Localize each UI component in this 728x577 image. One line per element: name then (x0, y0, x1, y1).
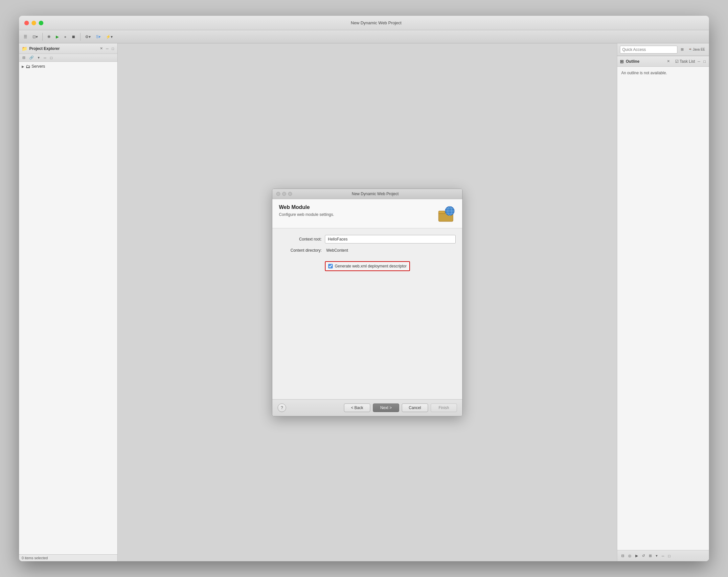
dialog-traffic-lights (276, 192, 292, 196)
outline-footer-btn-7[interactable]: ─ (660, 553, 666, 559)
center-area: New Dynamic Web Project Web Module Confi… (118, 43, 617, 561)
cancel-button[interactable]: Cancel (402, 403, 428, 412)
status-bar: 0 items selected (19, 554, 117, 561)
right-panel: ⊞ ☕ Java EE ⊞ Outline ✕ ☑ Task List ─ (617, 43, 709, 561)
project-explorer-header: 📁 Project Explorer ✕ ─ □ (19, 43, 117, 54)
window-title: New Dynamic Web Project (49, 20, 704, 25)
servers-label: Servers (31, 64, 45, 69)
generate-xml-checkbox[interactable] (328, 264, 333, 269)
toolbar: ☰ ⊡▾ ❋ ▶ ● ⏹ ⚙▾ S▾ ⚡▾ (19, 30, 709, 43)
outline-minimize-button[interactable]: ─ (697, 59, 701, 64)
context-root-input[interactable] (325, 235, 456, 244)
outline-footer-btn-8[interactable]: □ (667, 553, 672, 559)
maximize-panel-button[interactable]: □ (49, 55, 54, 60)
dialog-footer: ? < Back Next > Cancel Finish (272, 399, 462, 416)
servers-icon: 🗂 (26, 64, 30, 69)
form-row-context-root: Context root: (279, 235, 456, 244)
toolbar-btn-menu[interactable]: ☰ (22, 33, 29, 40)
status-text: 0 items selected (22, 556, 48, 560)
outline-footer-btn-1[interactable]: ⊟ (620, 553, 625, 559)
java-ee-icon: ☕ (688, 48, 692, 51)
dialog-header: Web Module Configure web module settings… (272, 199, 462, 228)
quick-access-input[interactable] (620, 46, 677, 54)
link-editor-button[interactable]: 🔗 (28, 55, 35, 60)
outline-footer-btn-4[interactable]: ↺ (641, 553, 646, 559)
dialog-min-dot (282, 192, 286, 196)
outline-footer-btn-5[interactable]: ⊞ (648, 553, 653, 559)
help-icon: ? (281, 405, 283, 410)
main-area: 📁 Project Explorer ✕ ─ □ ⊟ 🔗 ▾ ─ □ ▶ 🗂 S… (19, 43, 709, 561)
project-explorer-close-button[interactable]: ✕ (99, 46, 103, 51)
help-button[interactable]: ? (278, 403, 286, 412)
generate-xml-label: Generate web.xml deployment descriptor (335, 264, 407, 269)
project-explorer-icon: 📁 (22, 46, 27, 51)
outline-empty-message: An outline is not available. (621, 71, 667, 75)
toolbar-btn-debug[interactable]: ● (62, 33, 68, 40)
maximize-window-button[interactable] (39, 21, 43, 25)
project-explorer-title: Project Explorer (29, 46, 97, 51)
content-directory-label: Content directory: (279, 248, 321, 253)
dialog-header-text: Web Module Configure web module settings… (279, 204, 432, 217)
task-list-icon: ☑ (675, 59, 679, 64)
java-ee-button[interactable]: ☕ Java EE (687, 47, 706, 52)
tree-item-servers[interactable]: ▶ 🗂 Servers (20, 63, 116, 70)
checkbox-container: Generate web.xml deployment descriptor (325, 258, 456, 271)
minimize-window-button[interactable] (31, 21, 36, 25)
outline-close-button[interactable]: ✕ (666, 58, 671, 64)
dialog: New Dynamic Web Project Web Module Confi… (272, 189, 463, 416)
outline-content: An outline is not available. (617, 67, 709, 550)
back-button[interactable]: < Back (344, 403, 370, 412)
toolbar-btn-server[interactable]: S▾ (94, 33, 103, 40)
project-explorer-toolbar: ⊟ 🔗 ▾ ─ □ (19, 54, 117, 62)
dialog-header-icon (437, 204, 456, 223)
outline-panel: ⊞ Outline ✕ ☑ Task List ─ □ An outline i… (617, 56, 709, 561)
dialog-module-subtitle: Configure web module settings. (279, 212, 432, 217)
dialog-max-dot (288, 192, 292, 196)
tree-arrow-servers: ▶ (22, 65, 24, 68)
finish-button[interactable]: Finish (431, 403, 457, 412)
modal-overlay: New Dynamic Web Project Web Module Confi… (118, 43, 617, 561)
left-panel: 📁 Project Explorer ✕ ─ □ ⊟ 🔗 ▾ ─ □ ▶ 🗂 S… (19, 43, 118, 561)
close-window-button[interactable] (24, 21, 29, 25)
toolbar-btn-run[interactable]: ❋ (45, 33, 53, 40)
outline-footer: ⊟ ◎ ▶ ↺ ⊞ ▾ ─ □ (617, 550, 709, 561)
outline-maximize-button[interactable]: □ (703, 59, 706, 64)
project-explorer-minimize-button[interactable]: ─ (105, 46, 109, 51)
dialog-title-bar: New Dynamic Web Project (272, 189, 462, 199)
dialog-title: New Dynamic Web Project (292, 192, 458, 196)
outline-footer-btn-6[interactable]: ▾ (654, 553, 659, 559)
toolbar-separator-2 (80, 33, 80, 41)
dialog-close-dot (276, 192, 280, 196)
generate-xml-checkbox-row: Generate web.xml deployment descriptor (325, 261, 410, 271)
collapse-all-button[interactable]: ⊟ (21, 55, 27, 60)
quick-access-settings-button[interactable]: ⊞ (679, 47, 685, 52)
context-root-label: Context root: (279, 237, 321, 242)
window-controls (24, 21, 43, 25)
toolbar-btn-play[interactable]: ▶ (54, 33, 61, 40)
title-bar: New Dynamic Web Project (19, 16, 709, 30)
outline-header: ⊞ Outline ✕ ☑ Task List ─ □ (617, 56, 709, 67)
next-button[interactable]: Next > (373, 403, 399, 412)
outline-footer-btn-2[interactable]: ◎ (627, 553, 633, 559)
outline-footer-btn-3[interactable]: ▶ (634, 553, 639, 559)
svg-rect-1 (439, 211, 445, 214)
outline-title: Outline (626, 59, 664, 64)
project-tree: ▶ 🗂 Servers (19, 62, 117, 554)
java-ee-label: Java EE (693, 48, 705, 51)
task-list-label: ☑ Task List (675, 59, 695, 64)
quick-access-bar: ⊞ ☕ Java EE (617, 43, 709, 56)
toolbar-btn-settings[interactable]: ⚙▾ (83, 33, 93, 40)
toolbar-btn-new[interactable]: ⊡▾ (30, 33, 40, 40)
toolbar-btn-extra[interactable]: ⚡▾ (104, 33, 115, 40)
ide-window: New Dynamic Web Project ☰ ⊡▾ ❋ ▶ ● ⏹ ⚙▾ … (19, 16, 709, 561)
dialog-body: Context root: Content directory: WebCont… (272, 228, 462, 399)
content-directory-value: WebContent (325, 248, 456, 253)
toolbar-btn-stop[interactable]: ⏹ (70, 33, 78, 40)
outline-icon: ⊞ (620, 59, 624, 64)
project-explorer-maximize-button[interactable]: □ (111, 46, 115, 51)
minimize-panel-button[interactable]: ─ (43, 55, 48, 60)
form-row-content-dir: Content directory: WebContent (279, 248, 456, 253)
task-list-text: Task List (680, 59, 695, 64)
view-menu-button[interactable]: ▾ (36, 55, 41, 60)
dialog-module-title: Web Module (279, 204, 432, 210)
